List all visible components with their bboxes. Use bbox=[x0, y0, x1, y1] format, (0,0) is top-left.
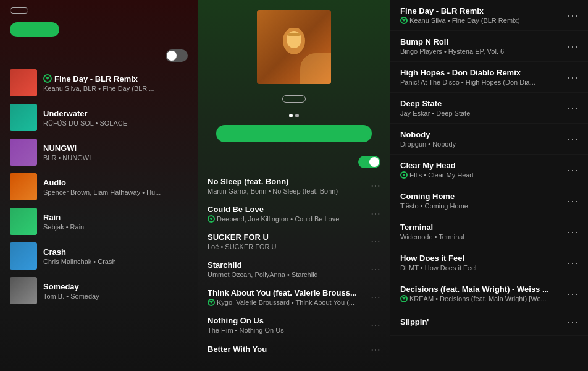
track-info: Someday Tom B. • Someday bbox=[43, 282, 172, 300]
more-options-icon[interactable]: ⋯ bbox=[371, 319, 380, 331]
track-info: Think About You (feat. Valerie Brouss...… bbox=[208, 288, 363, 306]
track-item[interactable]: Slippin' ⋯ bbox=[390, 309, 588, 336]
track-item[interactable]: No Sleep (feat. Bonn) Martin Garrix, Bon… bbox=[198, 172, 390, 200]
more-options-icon[interactable]: ⋯ bbox=[371, 263, 380, 275]
track-info: Rain Sebjak • Rain bbox=[43, 213, 172, 231]
track-item[interactable]: Starchild Ummet Ozcan, PollyAnna • Starc… bbox=[198, 255, 390, 283]
track-item[interactable]: Think About You (feat. Valerie Brouss...… bbox=[198, 283, 390, 311]
more-options-icon[interactable]: ⋯ bbox=[567, 163, 578, 177]
download-icon bbox=[400, 17, 408, 24]
more-options-icon[interactable]: ⋯ bbox=[567, 40, 578, 53]
download-toggle[interactable] bbox=[166, 49, 188, 62]
play-button[interactable] bbox=[10, 22, 59, 37]
dot-2[interactable] bbox=[295, 114, 299, 117]
track-name: Fine Day - BLR Remix bbox=[54, 74, 138, 83]
track-item[interactable]: Could Be Love Deepend, Joe Killington • … bbox=[198, 200, 390, 228]
track-info: Fine Day - BLR Remix Keanu Silva • Fine … bbox=[400, 6, 562, 24]
track-name: NUNGWI bbox=[43, 143, 172, 153]
more-options-icon[interactable]: ⋯ bbox=[371, 291, 380, 303]
track-item[interactable]: NUNGWI BLR • NUNGWI ⋯ bbox=[5, 135, 193, 169]
track-meta: Deepend, Joe Killington • Could Be Love bbox=[208, 215, 363, 223]
middle-track-list: No Sleep (feat. Bonn) Martin Garrix, Bon… bbox=[198, 172, 390, 360]
download-arrow bbox=[209, 301, 213, 304]
more-options-icon[interactable]: ⋯ bbox=[567, 132, 578, 146]
left-header bbox=[0, 0, 198, 49]
track-item[interactable]: Someday Tom B. • Someday ⋯ bbox=[5, 273, 193, 308]
track-info: Audio Spencer Brown, Liam Hathaway • Ill… bbox=[43, 178, 172, 196]
track-name: Starchild bbox=[208, 260, 363, 270]
download-arrow bbox=[46, 77, 49, 80]
more-options-icon[interactable]: ⋯ bbox=[567, 101, 578, 115]
track-item[interactable]: Audio Spencer Brown, Liam Hathaway • Ill… bbox=[5, 169, 193, 204]
track-info: Slippin' bbox=[400, 317, 562, 328]
track-item[interactable]: Rain Sebjak • Rain ⋯ bbox=[5, 204, 193, 239]
more-options-icon[interactable]: ⋯ bbox=[567, 225, 578, 239]
track-item[interactable]: Fine Day - BLR Remix Keanu Silva, BLR • … bbox=[5, 66, 193, 100]
more-options-icon[interactable]: ⋯ bbox=[567, 256, 578, 270]
more-options-icon[interactable]: ⋯ bbox=[567, 9, 578, 22]
track-item[interactable]: SUCKER FOR U Loé • SUCKER FOR U ⋯ bbox=[198, 228, 390, 255]
track-item[interactable]: Nothing On Us The Him • Nothing On Us ⋯ bbox=[198, 311, 390, 339]
track-info: Underwater RÜFÜS DU SOL • SOLACE bbox=[43, 109, 172, 127]
track-meta: Dropgun • Nobody bbox=[400, 140, 562, 148]
download-arrow bbox=[402, 174, 406, 176]
download-section-label bbox=[0, 49, 198, 66]
download-icon bbox=[400, 171, 408, 179]
track-item[interactable]: Coming Home Tiësto • Coming Home ⋯ bbox=[390, 186, 588, 216]
shuffle-play-button[interactable] bbox=[216, 125, 372, 142]
track-meta: Martin Garrix, Bonn • No Sleep (feat. Bo… bbox=[208, 187, 363, 195]
following-button[interactable] bbox=[10, 7, 28, 14]
track-info: Nothing On Us The Him • Nothing On Us bbox=[208, 316, 363, 334]
track-item[interactable]: Clear My Head Ellis • Clear My Head ⋯ bbox=[390, 155, 588, 186]
track-name: Could Be Love bbox=[208, 205, 363, 214]
svg-rect-2 bbox=[288, 33, 300, 36]
track-info: Deep State Jay Eskar • Deep State bbox=[400, 99, 562, 117]
track-name: No Sleep (feat. Bonn) bbox=[208, 177, 363, 186]
playlist-artwork bbox=[257, 10, 331, 84]
track-item[interactable]: Decisions (feat. Maia Wright) - Weiss ..… bbox=[390, 278, 588, 309]
track-item[interactable]: Fine Day - BLR Remix Keanu Silva • Fine … bbox=[390, 0, 588, 31]
track-item[interactable]: Crash Chris Malinchak • Crash ⋯ bbox=[5, 239, 193, 273]
track-meta: Chris Malinchak • Crash bbox=[43, 258, 172, 265]
more-options-icon[interactable]: ⋯ bbox=[567, 70, 578, 84]
track-item[interactable]: Nobody Dropgun • Nobody ⋯ bbox=[390, 124, 588, 155]
track-item[interactable]: High Hopes - Don Diablo Remix Panic! At … bbox=[390, 62, 588, 93]
track-item[interactable]: How Does it Feel DLMT • How Does it Feel… bbox=[390, 247, 588, 278]
track-meta: Sebjak • Rain bbox=[43, 223, 172, 231]
more-options-icon[interactable]: ⋯ bbox=[567, 287, 578, 301]
track-meta: Widemode • Terminal bbox=[400, 233, 562, 241]
track-info: No Sleep (feat. Bonn) Martin Garrix, Bon… bbox=[208, 177, 363, 195]
track-meta: KREAM • Decisions (feat. Maia Wright) [W… bbox=[400, 295, 562, 302]
track-info: SUCKER FOR U Loé • SUCKER FOR U bbox=[208, 232, 363, 250]
track-meta: Keanu Silva • Fine Day (BLR Remix) bbox=[400, 17, 562, 24]
track-info: Starchild Ummet Ozcan, PollyAnna • Starc… bbox=[208, 260, 363, 278]
track-item[interactable]: Bump N Roll Bingo Players • Hysteria EP,… bbox=[390, 31, 588, 62]
middle-download-toggle[interactable] bbox=[358, 156, 380, 168]
track-name: Rain bbox=[43, 213, 172, 222]
track-name: Coming Home bbox=[400, 192, 562, 201]
track-item[interactable]: Better With You ⋯ bbox=[198, 339, 390, 360]
track-meta: Keanu Silva, BLR • Fine Day (BLR ... bbox=[43, 85, 172, 92]
track-meta: The Him • Nothing On Us bbox=[208, 326, 363, 334]
download-icon bbox=[208, 299, 215, 306]
more-options-icon[interactable]: ⋯ bbox=[371, 344, 380, 356]
track-thumbnail bbox=[10, 104, 37, 131]
more-options-icon[interactable]: ⋯ bbox=[371, 208, 380, 220]
track-info: Nobody Dropgun • Nobody bbox=[400, 130, 562, 148]
more-options-icon[interactable]: ⋯ bbox=[567, 194, 578, 208]
middle-panel: No Sleep (feat. Bonn) Martin Garrix, Bon… bbox=[198, 0, 390, 371]
track-meta: Tiësto • Coming Home bbox=[400, 202, 562, 210]
track-meta: RÜFÜS DU SOL • SOLACE bbox=[43, 119, 172, 127]
artwork-svg bbox=[275, 28, 313, 66]
more-options-icon[interactable]: ⋯ bbox=[371, 180, 380, 192]
track-item[interactable]: Underwater RÜFÜS DU SOL • SOLACE ⋯ bbox=[5, 100, 193, 135]
track-name: Audio bbox=[43, 178, 172, 187]
track-meta: BLR • NUNGWI bbox=[43, 154, 172, 161]
middle-following-button[interactable] bbox=[282, 95, 306, 103]
track-item[interactable]: Deep State Jay Eskar • Deep State ⋯ bbox=[390, 93, 588, 124]
dot-1[interactable] bbox=[289, 114, 293, 117]
more-options-icon[interactable]: ⋯ bbox=[371, 236, 380, 247]
track-thumbnail bbox=[10, 139, 37, 166]
track-item[interactable]: Terminal Widemode • Terminal ⋯ bbox=[390, 216, 588, 247]
more-options-icon[interactable]: ⋯ bbox=[567, 315, 578, 329]
